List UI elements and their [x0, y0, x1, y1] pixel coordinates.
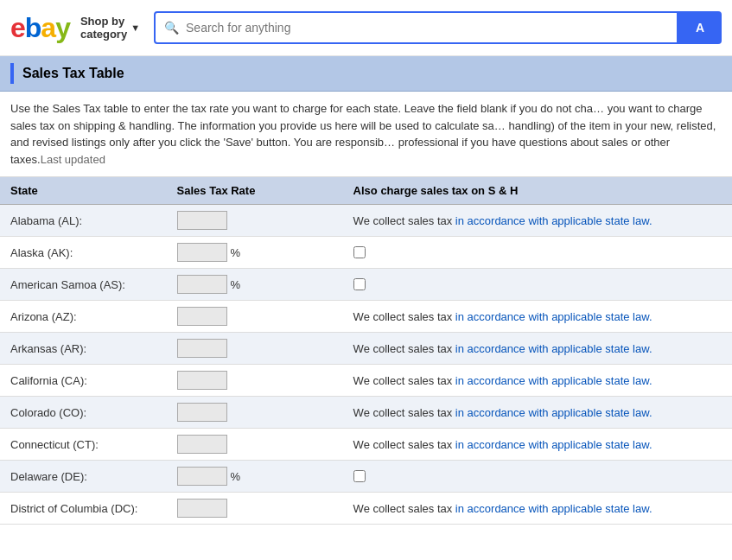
- also-charge-cell: [343, 237, 732, 269]
- tax-rate-input[interactable]: [177, 307, 227, 326]
- tax-rate-cell: [167, 397, 343, 429]
- sales-tax-table: State Sales Tax Rate Also charge sales t…: [0, 177, 732, 525]
- ebay-logo[interactable]: ebay: [10, 12, 70, 44]
- state-name: Arkansas (AR):: [0, 333, 167, 365]
- logo-e: e: [10, 12, 25, 43]
- logo-y: y: [55, 12, 70, 43]
- col-header-also: Also charge sales tax on S & H: [343, 177, 732, 205]
- state-name: Colorado (CO):: [0, 397, 167, 429]
- tax-rate-input[interactable]: [177, 275, 227, 294]
- logo-b: b: [25, 12, 41, 43]
- also-charge-checkbox[interactable]: [353, 470, 366, 482]
- also-charge-cell: We collect sales tax in accordance with …: [343, 429, 732, 461]
- table-header-row: State Sales Tax Rate Also charge sales t…: [0, 177, 732, 205]
- tax-rate-input[interactable]: [177, 211, 227, 230]
- search-button[interactable]: A: [678, 11, 722, 44]
- col-header-state: State: [0, 177, 167, 205]
- tax-rate-input[interactable]: [177, 499, 227, 518]
- table-row: Colorado (CO):We collect sales tax in ac…: [0, 397, 732, 429]
- table-row: Alabama (AL):We collect sales tax in acc…: [0, 205, 732, 237]
- shop-by-category-button[interactable]: Shop bycategory ▼: [80, 15, 140, 41]
- search-bar: 🔍: [154, 11, 678, 44]
- table-header: State Sales Tax Rate Also charge sales t…: [0, 177, 732, 205]
- also-charge-cell: We collect sales tax in accordance with …: [343, 365, 732, 397]
- also-charge-cell: We collect sales tax in accordance with …: [343, 205, 732, 237]
- tax-rate-cell: [167, 429, 343, 461]
- description-text: Use the Sales Tax table to enter the tax…: [0, 92, 732, 177]
- last-updated-label: Last updated: [41, 153, 105, 166]
- tax-rate-cell: %: [167, 461, 343, 493]
- tax-rate-cell: [167, 493, 343, 525]
- auto-collect-text: We collect sales tax in accordance with …: [353, 438, 652, 451]
- tax-rate-input[interactable]: [177, 435, 227, 454]
- table-row: American Samoa (AS):%: [0, 269, 732, 301]
- also-charge-cell: We collect sales tax in accordance with …: [343, 397, 732, 429]
- also-charge-cell: [343, 269, 732, 301]
- tax-rate-cell: [167, 205, 343, 237]
- table-row: Connecticut (CT):We collect sales tax in…: [0, 429, 732, 461]
- tax-rate-cell: %: [167, 269, 343, 301]
- tax-rate-input[interactable]: [177, 339, 227, 358]
- logo-a: a: [41, 12, 55, 43]
- tax-rate-input[interactable]: [177, 467, 227, 486]
- search-input[interactable]: [186, 21, 668, 35]
- title-accent-bar: [10, 63, 14, 84]
- col-header-rate: Sales Tax Rate: [167, 177, 343, 205]
- auto-collect-text: We collect sales tax in accordance with …: [353, 342, 652, 355]
- state-name: Alaska (AK):: [0, 237, 167, 269]
- also-charge-cell: We collect sales tax in accordance with …: [343, 301, 732, 333]
- also-charge-cell: We collect sales tax in accordance with …: [343, 333, 732, 365]
- percent-sign: %: [231, 246, 241, 259]
- table-row: California (CA):We collect sales tax in …: [0, 365, 732, 397]
- state-name: Arizona (AZ):: [0, 301, 167, 333]
- state-name: California (CA):: [0, 365, 167, 397]
- also-charge-cell: We collect sales tax in accordance with …: [343, 493, 732, 525]
- also-charge-checkbox[interactable]: [353, 278, 366, 290]
- tax-rate-cell: [167, 365, 343, 397]
- header: ebay Shop bycategory ▼ 🔍 A: [0, 0, 732, 56]
- tax-rate-input[interactable]: [177, 243, 227, 262]
- page-title: Sales Tax Table: [22, 66, 124, 81]
- search-icon: 🔍: [164, 21, 179, 35]
- description-body: Use the Sales Tax table to enter the tax…: [10, 102, 716, 166]
- auto-collect-text: We collect sales tax in accordance with …: [353, 310, 652, 323]
- shop-by-category-label: Shop bycategory: [80, 15, 127, 41]
- also-charge-checkbox[interactable]: [353, 246, 366, 258]
- percent-sign: %: [231, 470, 241, 483]
- tax-rate-cell: [167, 333, 343, 365]
- page-title-bar: Sales Tax Table: [0, 56, 732, 92]
- state-name: Delaware (DE):: [0, 461, 167, 493]
- table-row: Arkansas (AR):We collect sales tax in ac…: [0, 333, 732, 365]
- chevron-down-icon: ▼: [130, 22, 140, 33]
- table-row: Alaska (AK):%: [0, 237, 732, 269]
- state-name: Alabama (AL):: [0, 205, 167, 237]
- table-row: Delaware (DE):%: [0, 461, 732, 493]
- auto-collect-text: We collect sales tax in accordance with …: [353, 502, 652, 515]
- tax-rate-cell: [167, 301, 343, 333]
- percent-sign: %: [231, 278, 241, 291]
- tax-rate-cell: %: [167, 237, 343, 269]
- tax-rate-input[interactable]: [177, 403, 227, 422]
- state-name: District of Columbia (DC):: [0, 493, 167, 525]
- auto-collect-text: We collect sales tax in accordance with …: [353, 214, 652, 227]
- tax-rate-input[interactable]: [177, 371, 227, 390]
- table-row: Arizona (AZ):We collect sales tax in acc…: [0, 301, 732, 333]
- table-row: District of Columbia (DC):We collect sal…: [0, 493, 732, 525]
- auto-collect-text: We collect sales tax in accordance with …: [353, 374, 652, 387]
- also-charge-cell: [343, 461, 732, 493]
- state-name: Connecticut (CT):: [0, 429, 167, 461]
- state-name: American Samoa (AS):: [0, 269, 167, 301]
- table-body: Alabama (AL):We collect sales tax in acc…: [0, 205, 732, 525]
- auto-collect-text: We collect sales tax in accordance with …: [353, 406, 652, 419]
